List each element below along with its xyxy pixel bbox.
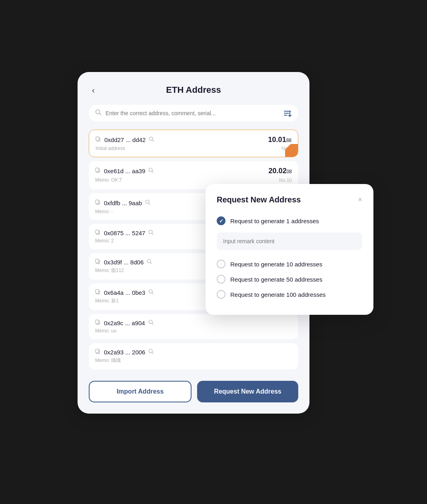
copy-icon[interactable]: [95, 349, 101, 356]
import-address-button[interactable]: Import Address: [89, 381, 192, 402]
amount: 20.0208: [269, 167, 292, 175]
no-badge: No.10: [279, 178, 292, 183]
address-left: 0x6a4a ... 0be3: [95, 289, 154, 296]
filter-button[interactable]: [283, 109, 292, 118]
address-search-icon[interactable]: [145, 200, 151, 206]
svg-rect-23: [96, 259, 99, 263]
radio-circle: [217, 275, 225, 284]
address-text: 0xdd27 ... dd42: [104, 136, 146, 143]
memo-text: Memo: -: [95, 209, 113, 214]
request-modal: Request New Address × Request to generat…: [206, 184, 373, 315]
radio-option[interactable]: Request to generate 100 addresses: [217, 287, 362, 302]
address-item[interactable]: 0x2a93 ... 2006 Memo: 哦哦: [89, 343, 298, 370]
radio-label: Request to generate 50 addresses: [230, 276, 322, 283]
address-left: 0x0875 ... 5247: [95, 230, 154, 236]
address-item[interactable]: 0x2a9c ... a904 Memo: uu: [89, 314, 298, 339]
address-item-bottom: Memo: 哦哦: [95, 357, 292, 364]
copy-icon[interactable]: [95, 200, 101, 206]
address-left: 0xe61d ... aa39: [95, 168, 154, 174]
address-left: 0xfdfb ... 9aab: [95, 200, 151, 206]
radio-label: Request to generate 10 addresses: [230, 261, 322, 268]
address-search-icon[interactable]: [148, 349, 154, 356]
memo-text: Memo: 2: [95, 238, 114, 244]
memo-text: Memo: uu: [95, 328, 116, 334]
radio-label: Request to generate 1 addresses: [230, 218, 319, 224]
svg-rect-31: [96, 320, 99, 324]
address-item[interactable]: 0xdd27 ... dd42 10.0188 Initial address …: [89, 130, 298, 157]
radio-label: Request to generate 100 addresses: [230, 291, 326, 298]
address-text: 0x6a4a ... 0be3: [104, 289, 145, 296]
search-icon: [95, 109, 102, 117]
address-text: 0x0875 ... 5247: [104, 230, 145, 236]
svg-rect-11: [96, 168, 99, 172]
address-item-top: 0xe61d ... aa39 20.0208: [95, 167, 292, 175]
copy-icon[interactable]: [95, 259, 101, 266]
modal-header: Request New Address ×: [217, 195, 362, 204]
address-left: 0xdd27 ... dd42: [96, 136, 154, 143]
amount: 10.0188: [268, 136, 291, 144]
address-text: 0x3d9f ... 8d06: [104, 259, 144, 266]
header: ‹ ETH Address: [89, 85, 298, 95]
copy-icon[interactable]: [95, 289, 101, 296]
address-item-top: 0x2a93 ... 2006: [95, 349, 292, 356]
address-search-icon[interactable]: [149, 136, 154, 143]
copy-icon[interactable]: [95, 230, 101, 236]
address-item-bottom: Memo: uu: [95, 328, 292, 334]
radio-option[interactable]: Request to generate 10 addresses: [217, 256, 362, 272]
remark-input[interactable]: [217, 232, 362, 250]
svg-rect-15: [96, 200, 99, 204]
address-item-top: 0xdd27 ... dd42 10.0188: [96, 136, 291, 144]
address-left: 0x3d9f ... 8d06: [95, 259, 152, 266]
svg-rect-7: [96, 137, 99, 140]
copy-icon[interactable]: [95, 320, 101, 326]
address-left: 0x2a9c ... a904: [95, 320, 154, 326]
address-item-bottom: Memo: OK了 No.10: [95, 177, 292, 184]
copy-icon[interactable]: [95, 168, 101, 174]
svg-line-29: [152, 293, 154, 294]
memo-text: Memo: 哦哦: [95, 357, 121, 364]
memo-text: Memo: 新1: [95, 298, 119, 304]
svg-rect-19: [96, 230, 99, 234]
search-input[interactable]: [106, 110, 279, 116]
search-bar: [89, 105, 298, 122]
address-search-icon[interactable]: [148, 230, 154, 236]
address-item-top: 0x2a9c ... a904: [95, 320, 292, 326]
svg-line-25: [150, 262, 152, 264]
svg-rect-27: [96, 290, 99, 293]
address-text: 0x2a9c ... a904: [104, 320, 145, 326]
back-button[interactable]: ‹: [89, 84, 98, 96]
memo-text: Memo: 圆112: [95, 267, 124, 274]
request-new-address-button[interactable]: Request New Address: [197, 381, 298, 402]
modal-title: Request New Address: [217, 195, 301, 204]
address-search-icon[interactable]: [147, 259, 152, 266]
bottom-buttons: Import Address Request New Address: [89, 381, 298, 402]
svg-line-17: [149, 203, 150, 204]
svg-line-21: [152, 233, 154, 234]
address-item-bottom: Initial address No.0: [96, 146, 291, 151]
memo-text: Memo: OK了: [95, 177, 123, 184]
copy-icon[interactable]: [96, 136, 101, 143]
modal-options: Request to generate 1 addressesRequest t…: [217, 213, 362, 302]
svg-rect-35: [96, 349, 99, 353]
svg-line-13: [152, 171, 154, 172]
memo-text: Initial address: [96, 146, 125, 151]
address-search-icon[interactable]: [148, 320, 154, 326]
address-search-icon[interactable]: [148, 168, 154, 174]
svg-line-9: [153, 140, 154, 141]
svg-line-1: [100, 114, 101, 115]
address-text: 0xe61d ... aa39: [104, 168, 145, 174]
svg-line-33: [152, 323, 153, 324]
active-corner: [285, 144, 298, 157]
modal-close-button[interactable]: ×: [358, 196, 362, 204]
radio-circle: [217, 216, 225, 225]
address-search-icon[interactable]: [148, 289, 154, 296]
radio-option[interactable]: Request to generate 50 addresses: [217, 272, 362, 287]
radio-circle: [217, 290, 225, 299]
address-left: 0x2a93 ... 2006: [95, 349, 154, 356]
address-text: 0xfdfb ... 9aab: [104, 200, 142, 206]
page-title: ETH Address: [166, 85, 221, 95]
radio-circle: [217, 260, 225, 268]
address-text: 0x2a93 ... 2006: [104, 349, 145, 356]
radio-option[interactable]: Request to generate 1 addresses: [217, 213, 362, 228]
svg-line-37: [152, 352, 154, 354]
